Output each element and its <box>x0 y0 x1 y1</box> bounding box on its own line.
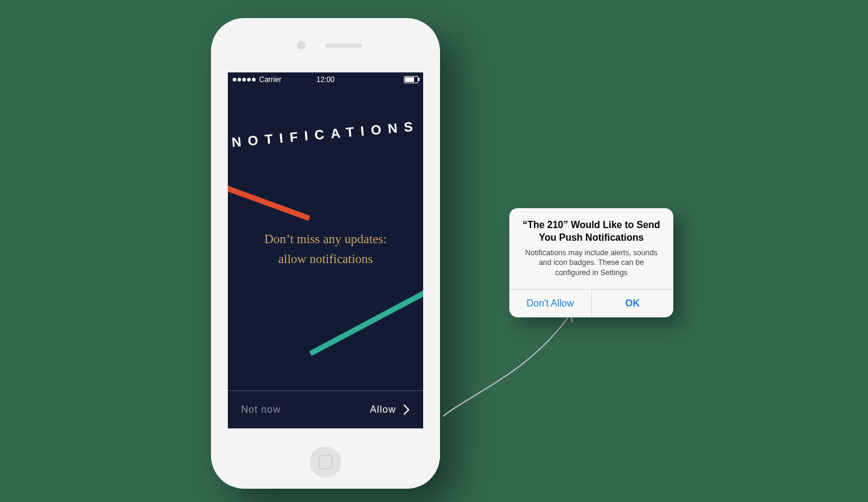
home-button[interactable] <box>310 446 341 478</box>
prompt-line-1: Don’t miss any updates: <box>228 229 423 249</box>
system-alert: “The 210” Would Like to Send You Push No… <box>509 208 673 317</box>
prompt-text: Don’t miss any updates: allow notificati… <box>228 229 423 268</box>
ok-button[interactable]: OK <box>591 290 674 317</box>
allow-button[interactable]: Allow <box>370 404 410 415</box>
allow-label: Allow <box>370 404 396 415</box>
accent-stripe-red <box>228 183 310 221</box>
prompt-line-2: allow notifications <box>228 249 423 269</box>
front-camera-icon <box>297 41 306 49</box>
chevron-right-icon <box>403 404 410 415</box>
screen-heading: NOTIFICATIONS <box>231 118 420 150</box>
dont-allow-button[interactable]: Don't Allow <box>509 290 591 317</box>
not-now-button[interactable]: Not now <box>241 404 281 415</box>
alert-message: Notifications may include alerts, sounds… <box>509 247 673 290</box>
phone-screen: Carrier 12:00 NOTIFICATIONS Don’t miss a… <box>228 72 423 428</box>
flow-arrow-icon <box>437 302 594 422</box>
phone-frame: Carrier 12:00 NOTIFICATIONS Don’t miss a… <box>211 18 440 489</box>
stage: Carrier 12:00 NOTIFICATIONS Don’t miss a… <box>0 0 868 502</box>
alert-title: “The 210” Would Like to Send You Push No… <box>509 208 673 247</box>
accent-stripe-teal <box>309 289 423 356</box>
earpiece-icon <box>326 43 362 48</box>
screen-content: NOTIFICATIONS Don’t miss any updates: al… <box>228 72 423 428</box>
screen-footer: Not now Allow <box>228 390 423 428</box>
